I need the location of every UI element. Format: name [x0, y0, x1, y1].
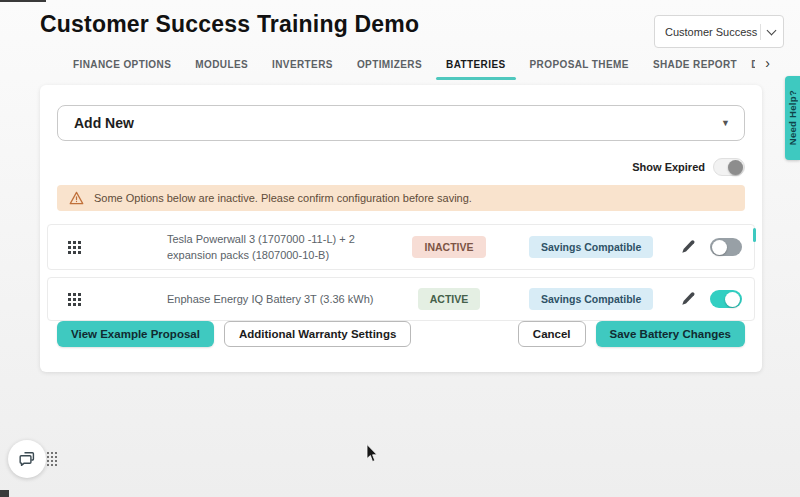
battery-list: Tesla Powerwall 3 (1707000 -11-L) + 2 ex… — [47, 224, 755, 321]
chevron-down-icon — [767, 25, 777, 35]
account-dropdown-value: Customer Success Trai... — [665, 26, 758, 38]
mouse-pointer-icon — [366, 444, 379, 464]
batteries-panel: Add New ▼ Show Expired Some Options belo… — [40, 85, 762, 372]
additional-warranty-settings-button[interactable]: Additional Warranty Settings — [224, 321, 411, 347]
toggle-knob — [725, 292, 740, 307]
warning-triangle-icon — [69, 191, 84, 205]
edit-pencil-icon[interactable] — [680, 291, 696, 307]
status-badge: INACTIVE — [412, 236, 485, 258]
save-battery-changes-button[interactable]: Save Battery Changes — [596, 321, 745, 347]
warning-text: Some Options below are inactive. Please … — [94, 192, 472, 204]
need-help-label: Need Help? — [787, 90, 798, 145]
need-help-tab[interactable]: Need Help? — [785, 76, 800, 160]
show-expired-row: Show Expired — [57, 157, 745, 177]
tab-modules[interactable]: MODULES — [185, 55, 258, 80]
add-new-select[interactable]: Add New ▼ — [57, 105, 745, 141]
tab-bar: FINANCE OPTIONS MODULES INVERTERS OPTIMI… — [63, 55, 770, 83]
widget-drag-handle-icon[interactable] — [47, 452, 57, 466]
edit-pencil-icon[interactable] — [680, 239, 696, 255]
savings-compatible-badge: Savings Compatible — [529, 288, 653, 310]
show-expired-label: Show Expired — [632, 161, 705, 173]
scrollbar-thumb[interactable] — [753, 228, 756, 242]
tab-overflow-partial[interactable]: D — [751, 55, 755, 80]
tab-proposal-theme[interactable]: PROPOSAL THEME — [520, 55, 639, 80]
cancel-button[interactable]: Cancel — [518, 321, 586, 347]
screen-edge-artifact — [0, 0, 46, 2]
tab-shade-report[interactable]: SHADE REPORT — [643, 55, 747, 80]
battery-enabled-toggle[interactable] — [710, 238, 742, 256]
tab-finance-options[interactable]: FINANCE OPTIONS — [63, 55, 181, 80]
tab-inverters[interactable]: INVERTERS — [262, 55, 343, 80]
drag-handle-icon[interactable] — [68, 241, 81, 254]
inactive-warning-banner: Some Options below are inactive. Please … — [57, 185, 745, 211]
status-badge: ACTIVE — [418, 288, 481, 310]
savings-compatible-badge: Savings Compatible — [529, 236, 653, 258]
drag-handle-icon[interactable] — [68, 293, 81, 306]
divider — [760, 24, 761, 40]
caret-down-icon: ▼ — [721, 118, 730, 128]
tab-optimizers[interactable]: OPTIMIZERS — [347, 55, 432, 80]
battery-enabled-toggle[interactable] — [710, 290, 742, 308]
view-example-proposal-button[interactable]: View Example Proposal — [57, 321, 214, 347]
battery-name: Enphase Energy IQ Battery 3T (3.36 kWh) — [167, 291, 395, 308]
chat-bubbles-icon — [17, 449, 37, 469]
tab-scroll-next-icon[interactable]: › — [759, 55, 770, 70]
battery-name: Tesla Powerwall 3 (1707000 -11-L) + 2 ex… — [167, 231, 395, 264]
footer-actions: View Example Proposal Additional Warrant… — [57, 321, 745, 347]
add-new-label: Add New — [74, 115, 721, 131]
toggle-knob — [712, 240, 727, 255]
battery-row-enphase: Enphase Energy IQ Battery 3T (3.36 kWh) … — [47, 277, 755, 321]
chat-launcher-button[interactable] — [8, 440, 46, 478]
page-title: Customer Success Training Demo — [40, 11, 419, 38]
show-expired-toggle[interactable] — [713, 158, 745, 176]
tab-batteries[interactable]: BATTERIES — [436, 55, 516, 80]
battery-row-tesla: Tesla Powerwall 3 (1707000 -11-L) + 2 ex… — [47, 224, 755, 270]
account-dropdown[interactable]: Customer Success Trai... — [654, 15, 784, 48]
toggle-knob — [728, 160, 743, 175]
screen-edge-artifact — [0, 490, 9, 497]
